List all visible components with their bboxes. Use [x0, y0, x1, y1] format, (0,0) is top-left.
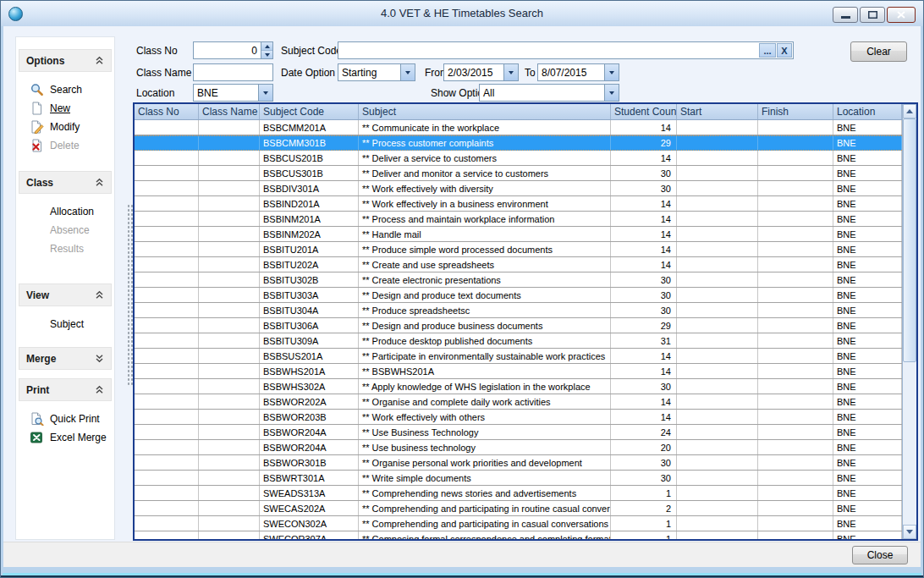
- cell-start: [677, 425, 758, 439]
- spin-up-button[interactable]: [261, 42, 272, 50]
- spin-up-icon: [265, 45, 270, 48]
- sidebar-item-quick-print[interactable]: Quick Print: [19, 410, 112, 428]
- panel-header-merge[interactable]: Merge: [19, 347, 112, 370]
- chevron-up-icon[interactable]: [95, 290, 104, 300]
- class-no-input[interactable]: [194, 42, 261, 58]
- table-row[interactable]: SWEADS313A** Comprehending news stories …: [135, 486, 902, 501]
- sidebar-item-search[interactable]: Search: [19, 80, 112, 99]
- chevron-down-icon[interactable]: [95, 354, 104, 363]
- cell-subject_code: BSBITU302B: [260, 272, 359, 287]
- chevron-up-icon[interactable]: [95, 385, 104, 394]
- table-row[interactable]: SWECAS202A** Comprehending and participa…: [135, 501, 902, 516]
- sidebar-item-label: Subject: [50, 318, 84, 330]
- date-option-combo[interactable]: Starting: [338, 63, 415, 81]
- column-header-class_no[interactable]: Class No: [135, 104, 199, 119]
- subject-code-label: Subject Code: [281, 45, 342, 57]
- column-header-finish[interactable]: Finish: [758, 104, 833, 119]
- location-combo[interactable]: BNE: [193, 84, 273, 102]
- cell-finish: [758, 379, 833, 394]
- table-row[interactable]: BSBITU302B** Create electronic presentat…: [135, 272, 902, 288]
- table-row[interactable]: BSBITU304A** Produce spreadsheetsc30BNE: [135, 303, 902, 318]
- from-date-combo[interactable]: 2/03/2015: [443, 63, 519, 81]
- class-no-spinner[interactable]: [193, 41, 273, 59]
- sidebar-item-excel-merge[interactable]: Excel Merge: [19, 428, 112, 447]
- scrollbar-thumb[interactable]: [903, 118, 916, 362]
- table-row[interactable]: BSBWOR301B** Organise personal work prio…: [135, 455, 902, 471]
- to-date-combo[interactable]: 8/07/2015: [537, 63, 619, 81]
- panel-header-view[interactable]: View: [19, 283, 112, 306]
- class-name-field[interactable]: [193, 63, 273, 81]
- clear-button[interactable]: Clear: [850, 41, 907, 62]
- table-row[interactable]: BSBWOR204A** Use Business Technology24BN…: [135, 425, 902, 440]
- table-row[interactable]: BSBINM202A** Handle mail14BNE: [135, 227, 902, 242]
- table-row[interactable]: BSBSUS201A** Participate in environmenta…: [135, 349, 902, 364]
- table-row[interactable]: BSBCMM301B** Process customer complaints…: [135, 135, 902, 151]
- column-label: Subject: [362, 106, 396, 118]
- chevron-up-icon[interactable]: [95, 178, 104, 187]
- table-row[interactable]: BSBWOR203B** Work effectively with other…: [135, 410, 902, 425]
- table-row[interactable]: BSBWOR202A** Organise and complete daily…: [135, 394, 902, 410]
- table-row[interactable]: BSBIND201A** Work effectively in a busin…: [135, 196, 902, 212]
- table-row[interactable]: BSBCMM201A** Communicate in the workplac…: [135, 120, 902, 135]
- table-row[interactable]: BSBWOR204A** Use business technology20BN…: [135, 440, 902, 455]
- column-header-subject[interactable]: Subject: [359, 104, 611, 119]
- close-window-button[interactable]: [887, 7, 916, 23]
- subject-code-ellipsis-button[interactable]: ...: [759, 43, 776, 58]
- minimize-button[interactable]: [833, 7, 858, 23]
- table-row[interactable]: SWECON302A** Comprehending and participa…: [135, 516, 902, 531]
- table-row[interactable]: BSBWHS302A** Apply knowledge of WHS legi…: [135, 379, 902, 394]
- table-row[interactable]: BSBITU202A** Create and use spreadsheets…: [135, 257, 902, 272]
- class-name-input[interactable]: [194, 64, 272, 80]
- column-header-location[interactable]: Location: [833, 104, 902, 119]
- from-date-dropdown-button[interactable]: [503, 64, 518, 80]
- show-option-combo[interactable]: All: [479, 84, 619, 102]
- table-row[interactable]: BSBITU306A** Design and produce business…: [135, 318, 902, 333]
- subject-code-clear-button[interactable]: X: [777, 43, 792, 58]
- subject-code-input[interactable]: [338, 42, 759, 58]
- sidebar-item-delete[interactable]: Delete: [19, 136, 112, 155]
- cell-class_no: [135, 166, 199, 180]
- cell-finish: [758, 364, 833, 378]
- column-header-subject_code[interactable]: Subject Code: [260, 104, 359, 119]
- scroll-up-button[interactable]: [903, 104, 916, 118]
- chevron-up-icon[interactable]: [95, 56, 104, 65]
- table-row[interactable]: BSBINM201A** Process and maintain workpl…: [135, 212, 902, 227]
- table-row[interactable]: BSBCUS201B** Deliver a service to custom…: [135, 151, 902, 166]
- location-dropdown-button[interactable]: [258, 85, 272, 101]
- sidebar-item-allocation[interactable]: Allocation: [19, 202, 112, 221]
- show-option-dropdown-button[interactable]: [604, 85, 619, 101]
- table-row[interactable]: SWECOR307A** Composing formal correspond…: [135, 531, 902, 539]
- sidebar-item-new[interactable]: New: [19, 99, 112, 118]
- column-header-class_name[interactable]: Class Name: [199, 104, 260, 119]
- table-row[interactable]: BSBWRT301A** Write simple documents30BNE: [135, 471, 902, 486]
- spin-down-button[interactable]: [261, 50, 272, 58]
- table-row[interactable]: BSBDIV301A** Work effectively with diver…: [135, 181, 902, 196]
- cell-subject: ** Comprehending news stories and advert…: [359, 486, 611, 500]
- cell-location: BNE: [833, 242, 902, 256]
- subject-code-field[interactable]: ... X: [338, 41, 794, 59]
- table-row[interactable]: BSBITU303A** Design and produce text doc…: [135, 288, 902, 303]
- maximize-button[interactable]: [860, 7, 885, 23]
- app-window: 4.0 VET & HE Timetables Search OptionsSe…: [0, 0, 924, 578]
- sidebar-item-subject[interactable]: Subject: [19, 315, 112, 333]
- table-row[interactable]: BSBWHS201A** BSBWHS201A14BNE: [135, 364, 902, 379]
- sidebar-item-results[interactable]: Results: [19, 239, 112, 258]
- table-row[interactable]: BSBCUS301B** Deliver and monitor a servi…: [135, 166, 902, 181]
- vertical-scrollbar[interactable]: [902, 104, 916, 539]
- sidebar-item-absence[interactable]: Absence: [19, 221, 112, 239]
- cell-location: BNE: [833, 212, 902, 226]
- scroll-down-button[interactable]: [903, 525, 916, 539]
- panel-header-print[interactable]: Print: [19, 378, 112, 401]
- to-date-dropdown-button[interactable]: [604, 64, 619, 80]
- close-button[interactable]: Close: [852, 546, 908, 564]
- column-header-start[interactable]: Start: [677, 104, 758, 119]
- sidebar-item-modify[interactable]: Modify: [19, 118, 112, 136]
- table-row[interactable]: BSBITU309A** Produce desktop published d…: [135, 333, 902, 349]
- panel-header-class[interactable]: Class: [19, 171, 112, 194]
- panel-header-options[interactable]: Options: [19, 49, 112, 72]
- cell-class_no: [135, 531, 199, 539]
- column-header-student_count[interactable]: Student Count: [611, 104, 677, 119]
- table-row[interactable]: BSBITU201A** Produce simple word process…: [135, 242, 902, 257]
- titlebar[interactable]: 4.0 VET & HE Timetables Search: [1, 1, 923, 26]
- date-option-dropdown-button[interactable]: [400, 64, 415, 80]
